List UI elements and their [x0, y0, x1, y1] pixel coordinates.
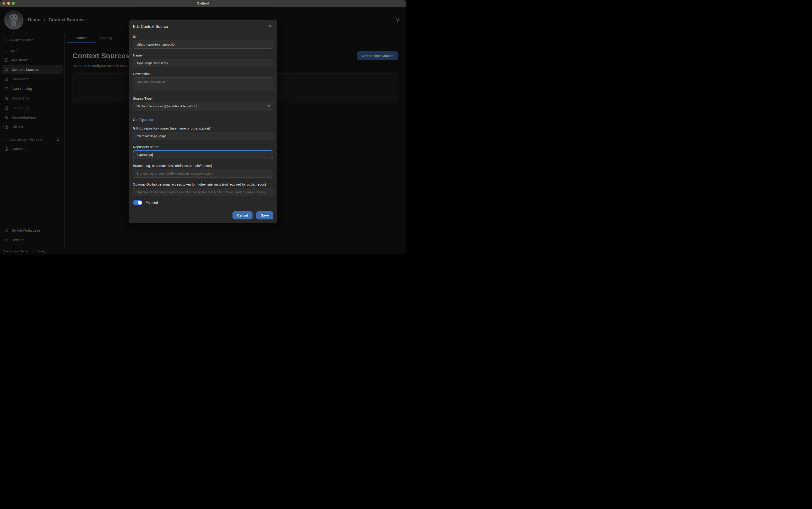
- field-owner: GitHub repository owner (username or org…: [133, 127, 273, 140]
- zoom-window-button[interactable]: [12, 2, 15, 5]
- enabled-label: Enabled: [145, 201, 158, 205]
- required-asterisk: *: [153, 97, 154, 100]
- id-input[interactable]: [133, 40, 273, 49]
- required-asterisk: *: [159, 145, 160, 149]
- repo-name-label: Repository name: [133, 145, 158, 149]
- description-textarea[interactable]: [133, 77, 273, 91]
- configuration-heading: Configuration: [133, 117, 273, 122]
- save-button[interactable]: Save: [256, 211, 273, 219]
- window-title: Owlbert: [197, 1, 209, 5]
- source-type-label: Source Type: [133, 97, 152, 100]
- description-label: Description: [133, 72, 273, 76]
- app-window: Owlbert: [0, 0, 406, 254]
- cancel-button[interactable]: Cancel: [232, 211, 253, 219]
- field-name: Name*: [133, 54, 273, 67]
- close-window-button[interactable]: [2, 2, 5, 5]
- text-cursor: [152, 153, 153, 157]
- required-asterisk: *: [211, 127, 212, 130]
- modal-title: Edit Context Source: [133, 24, 168, 29]
- toggle-knob: [138, 201, 142, 205]
- required-asterisk: *: [137, 35, 138, 39]
- field-token: Optional GitHub personal access token fo…: [133, 182, 273, 196]
- field-repo-name: Repository name* TypeScript: [133, 145, 273, 159]
- token-input[interactable]: [133, 188, 273, 196]
- titlebar: Owlbert: [0, 0, 406, 7]
- traffic-lights: [2, 0, 15, 7]
- required-asterisk: *: [143, 54, 144, 57]
- edit-context-source-modal: Edit Context Source ✕ ID* Name* Descript…: [129, 20, 277, 223]
- select-chevrons-icon: [268, 104, 270, 108]
- minimize-window-button[interactable]: [7, 2, 10, 5]
- repo-name-input[interactable]: TypeScript: [133, 150, 273, 159]
- branch-input[interactable]: [133, 169, 273, 178]
- source-type-value: GitHub Repository (@world-builder/github…: [136, 104, 197, 108]
- branch-label: Branch, tag, or commit SHA (defaults to …: [133, 164, 273, 168]
- name-input[interactable]: [133, 59, 273, 67]
- token-label: Optional GitHub personal access token fo…: [133, 182, 273, 187]
- owner-input[interactable]: [133, 132, 273, 140]
- repo-name-value: TypeScript: [137, 153, 152, 157]
- field-description: Description: [133, 72, 273, 92]
- id-label: ID: [133, 35, 136, 39]
- field-branch: Branch, tag, or commit SHA (defaults to …: [133, 164, 273, 178]
- name-label: Name: [133, 54, 142, 57]
- field-source-type: Source Type* GitHub Repository (@world-b…: [133, 97, 273, 110]
- enabled-toggle-row: Enabled: [133, 200, 273, 205]
- enabled-toggle[interactable]: [133, 200, 142, 205]
- close-icon[interactable]: ✕: [267, 24, 273, 29]
- source-type-select[interactable]: GitHub Repository (@world-builder/github…: [133, 102, 273, 110]
- owner-label: GitHub repository owner (username or org…: [133, 127, 210, 130]
- field-id: ID*: [133, 35, 273, 49]
